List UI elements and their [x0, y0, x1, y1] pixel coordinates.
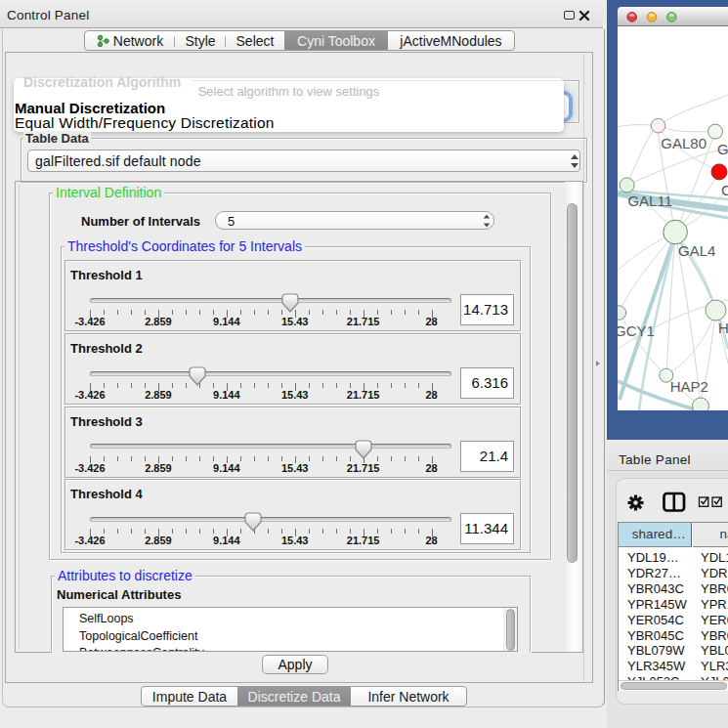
- svg-text:C: C: [721, 182, 728, 198]
- svg-text:GAL4: GAL4: [678, 242, 715, 259]
- svg-text:H: H: [718, 320, 728, 336]
- svg-text:HAP2: HAP2: [670, 378, 708, 395]
- svg-text:GAL80: GAL80: [661, 135, 707, 151]
- svg-text:GCY1: GCY1: [618, 322, 655, 339]
- svg-text:GAL11: GAL11: [627, 193, 672, 209]
- svg-text:G.: G.: [717, 141, 728, 157]
